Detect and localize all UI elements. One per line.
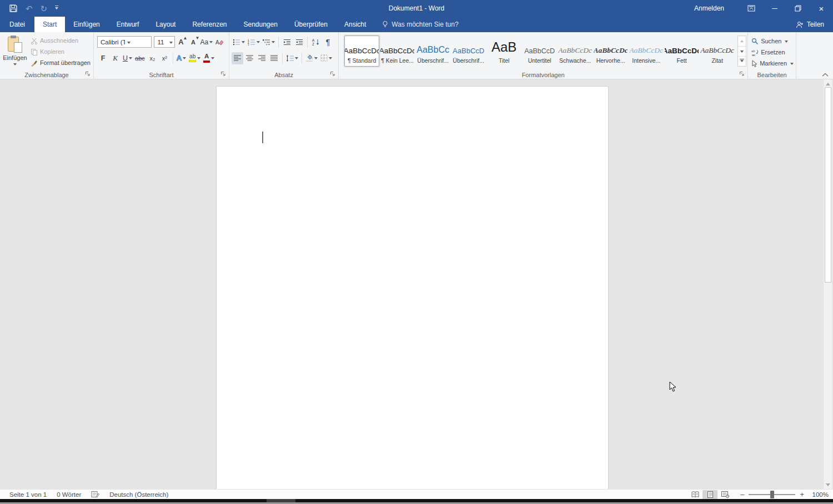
web-layout-icon <box>721 491 729 498</box>
document-canvas <box>0 79 833 489</box>
paragraph-dialog-launcher-icon[interactable] <box>330 71 337 78</box>
font-size-combo[interactable]: 11 <box>154 36 174 48</box>
ribbon-tab-row: Datei Start Einfügen Entwurf Layout Refe… <box>0 17 833 32</box>
tab-datei[interactable]: Datei <box>0 17 34 32</box>
zoom-slider-handle[interactable] <box>770 491 774 498</box>
tab-referenzen[interactable]: Referenzen <box>184 17 235 32</box>
zoom-in-button[interactable]: + <box>800 490 804 498</box>
zoom-slider[interactable] <box>749 494 795 495</box>
share-button[interactable]: Teilen <box>787 17 833 32</box>
decrease-indent-button[interactable] <box>281 36 293 48</box>
style-titel[interactable]: AaBTitel <box>486 36 521 67</box>
cursor-arrow-icon <box>751 60 757 67</box>
word-count[interactable]: 0 Wörter <box>52 491 86 498</box>
shrink-font-button[interactable]: A▼ <box>188 36 199 48</box>
borders-button[interactable] <box>319 52 333 64</box>
sort-az-icon: AZ <box>312 38 320 46</box>
text-effects-button[interactable]: A <box>175 52 187 64</box>
tab-entwurf[interactable]: Entwurf <box>108 17 148 32</box>
styles-scroll-down-icon[interactable] <box>738 46 746 56</box>
styles-dialog-launcher-icon[interactable] <box>739 71 746 78</box>
italic-button[interactable]: K <box>109 52 121 64</box>
zoom-level[interactable]: 100% <box>809 491 829 498</box>
strikethrough-button[interactable]: abc <box>134 52 146 64</box>
document-page[interactable] <box>217 87 608 489</box>
clear-formatting-button[interactable]: A <box>214 36 225 48</box>
bullets-button[interactable] <box>232 36 246 48</box>
sort-button[interactable]: AZ <box>310 36 322 48</box>
underline-button[interactable]: U <box>122 52 133 64</box>
align-left-icon <box>234 55 241 61</box>
minimize-button[interactable] <box>763 0 786 17</box>
redo-icon[interactable]: ↻ <box>41 4 48 13</box>
style-ueberschrift-2[interactable]: AaBbCcDÜberschrif... <box>451 36 486 67</box>
select-button[interactable]: Markieren <box>751 58 795 69</box>
align-center-button[interactable] <box>244 52 255 64</box>
ribbon-display-options-icon[interactable] <box>740 0 763 17</box>
tell-me-box[interactable]: Was möchten Sie tun? <box>374 17 466 32</box>
language-indicator[interactable]: Deutsch (Österreich) <box>104 491 173 498</box>
change-case-button[interactable]: Aa <box>200 36 213 48</box>
style-intensive-hervorhebung[interactable]: AaBbCcDcIntensive... <box>629 36 664 67</box>
tab-sendungen[interactable]: Sendungen <box>235 17 286 32</box>
multilevel-list-icon <box>263 39 270 46</box>
shading-button[interactable] <box>304 52 319 64</box>
superscript-button[interactable]: x² <box>159 52 170 64</box>
copy-button[interactable]: Kopieren <box>29 46 92 57</box>
save-icon[interactable] <box>9 4 18 13</box>
customize-qat-icon[interactable] <box>55 6 58 11</box>
numbering-button[interactable]: 123 <box>247 36 261 48</box>
read-mode-view-button[interactable] <box>688 490 702 499</box>
style-standard[interactable]: AaBbCcDc¶ Standard <box>344 36 379 67</box>
paste-button[interactable]: Einfügen <box>1 34 29 69</box>
justify-button[interactable] <box>268 52 280 64</box>
tab-ansicht[interactable]: Ansicht <box>336 17 374 32</box>
font-dialog-launcher-icon[interactable] <box>220 71 227 78</box>
restore-button[interactable] <box>786 0 810 17</box>
highlight-color-button[interactable]: ab <box>188 52 202 64</box>
page-indicator[interactable]: Seite 1 von 1 <box>4 491 52 498</box>
zoom-out-button[interactable]: – <box>740 490 744 498</box>
print-layout-view-button[interactable] <box>702 490 717 499</box>
clipboard-dialog-launcher-icon[interactable] <box>85 71 92 78</box>
style-kein-leerraum[interactable]: AaBbCcDc¶ Kein Lee... <box>380 36 415 67</box>
increase-indent-button[interactable] <box>293 36 305 48</box>
tab-einfuegen[interactable]: Einfügen <box>65 17 108 32</box>
style-fett[interactable]: AaBbCcDcFett <box>664 36 699 67</box>
style-ueberschrift-1[interactable]: AaBbCcÜberschrif... <box>415 36 450 67</box>
replace-button[interactable]: abac Ersetzen <box>751 47 795 58</box>
bold-button[interactable]: F <box>97 52 109 64</box>
vertical-scrollbar[interactable] <box>823 79 832 489</box>
style-hervorhebung[interactable]: AaBbCcDcHervorhe... <box>593 36 628 67</box>
tab-start[interactable]: Start <box>34 17 65 32</box>
collapse-ribbon-icon[interactable] <box>822 73 829 77</box>
cut-button[interactable]: Ausschneiden <box>29 35 92 46</box>
scrollbar-thumb[interactable] <box>825 87 831 283</box>
font-color-button[interactable]: A <box>202 52 215 64</box>
grow-font-button[interactable]: A▲ <box>175 36 187 48</box>
align-left-button[interactable] <box>232 52 243 64</box>
align-right-button[interactable] <box>256 52 268 64</box>
format-painter-button[interactable]: Format übertragen <box>29 57 92 68</box>
styles-scroll-up-icon[interactable] <box>738 36 746 46</box>
font-name-combo[interactable]: Calibri (Textk <box>97 36 152 48</box>
outdent-icon <box>283 39 291 46</box>
tab-ueberpruefen[interactable]: Überprüfen <box>286 17 336 32</box>
web-layout-view-button[interactable] <box>717 490 732 499</box>
numbered-list-icon: 123 <box>248 39 255 46</box>
style-schwache-hervorhebung[interactable]: AaBbCcDcSchwache... <box>558 36 593 67</box>
undo-icon[interactable]: ↶ <box>26 4 33 13</box>
find-button[interactable]: Suchen <box>751 36 795 47</box>
tab-layout[interactable]: Layout <box>147 17 184 32</box>
subscript-button[interactable]: x₂ <box>147 52 158 64</box>
styles-gallery-more-icon[interactable] <box>738 56 746 66</box>
show-paragraph-marks-button[interactable]: ¶ <box>322 36 334 48</box>
style-zitat[interactable]: AaBbCcDcZitat <box>700 36 735 67</box>
proofing-status[interactable] <box>86 491 104 498</box>
close-button[interactable]: × <box>810 0 833 17</box>
multilevel-list-button[interactable] <box>262 36 276 48</box>
line-spacing-button[interactable] <box>285 52 299 64</box>
style-untertitel[interactable]: AaBbCcDUntertitel <box>522 36 557 67</box>
sign-in-link[interactable]: Anmelden <box>694 4 724 12</box>
scrollbar-down-icon[interactable] <box>824 480 832 489</box>
